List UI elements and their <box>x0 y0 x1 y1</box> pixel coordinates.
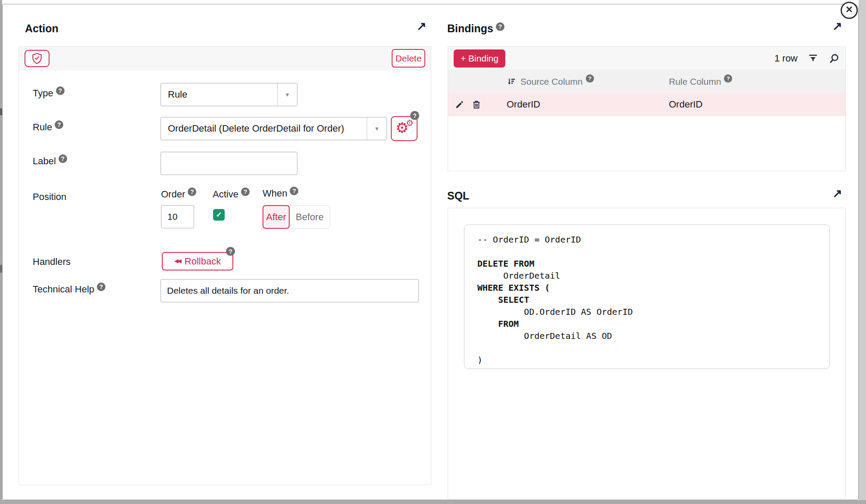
bindings-section-title: Bindings? <box>447 22 504 35</box>
binding-table-row[interactable]: OrderID OrderID <box>448 93 845 116</box>
rule-select[interactable]: OrderDetail (Delete OrderDetail for Orde… <box>161 117 387 140</box>
sql-code-line <box>477 342 817 354</box>
type-select-value: Rule <box>161 89 277 100</box>
when-label: When? <box>263 188 298 199</box>
sql-code-line: SELECT <box>477 294 817 306</box>
sql-code-line <box>477 246 817 258</box>
shield-check-button[interactable] <box>25 50 49 67</box>
sql-code-block: -- OrderID = OrderID DELETE FROM OrderDe… <box>464 224 830 369</box>
technical-help-help-icon[interactable]: ? <box>97 283 105 291</box>
action-toolbar: Delete <box>19 47 431 70</box>
type-select[interactable]: Rule ▾ <box>161 83 297 106</box>
sql-section-title: SQL <box>447 190 469 202</box>
sql-code-line: WHERE EXISTS ( <box>477 282 817 294</box>
technical-help-label: Technical Help? <box>33 284 105 295</box>
sql-code-line: ) <box>477 354 817 366</box>
sql-panel: -- OrderID = OrderID DELETE FROM OrderDe… <box>448 208 846 499</box>
sort-descending-icon <box>507 77 516 86</box>
row-count: 1 row <box>774 53 798 64</box>
type-help-icon[interactable]: ? <box>56 86 65 95</box>
add-binding-button[interactable]: + Binding <box>454 49 505 68</box>
handlers-label: Handlers <box>33 256 71 267</box>
binding-rule-value: OrderID <box>669 99 845 110</box>
edit-binding-icon[interactable] <box>455 100 464 109</box>
rule-column-help-icon[interactable]: ? <box>724 74 732 83</box>
position-label: Position <box>33 191 66 203</box>
background-page-edge <box>859 0 866 504</box>
filter-icon[interactable] <box>808 53 818 64</box>
label-help-icon[interactable]: ? <box>59 154 67 163</box>
close-icon[interactable]: × <box>841 2 858 19</box>
sql-code-line: OD.OrderID AS OrderID <box>477 306 817 318</box>
order-help-icon[interactable]: ? <box>188 187 196 196</box>
technical-help-input[interactable] <box>161 279 419 302</box>
rollback-button-label: Rollback <box>185 256 221 267</box>
rewind-icon: ◀◀ <box>174 258 180 264</box>
rollback-help-icon[interactable]: ? <box>226 247 235 256</box>
rule-column-header[interactable]: Rule Column ? <box>669 77 845 87</box>
delete-action-button[interactable]: Delete <box>392 49 425 68</box>
source-column-header[interactable]: Source Column ? <box>507 77 669 87</box>
order-label: Order? <box>161 189 196 200</box>
chevron-down-icon: ▾ <box>277 83 297 106</box>
when-after-button[interactable]: After <box>263 205 290 229</box>
sql-code-line: OrderDetail <box>477 270 817 282</box>
action-panel: Delete Type? Rule ▾ Rule? OrderDetail (D… <box>19 46 431 485</box>
label-label: Label? <box>33 156 67 167</box>
search-icon[interactable] <box>829 53 840 64</box>
bindings-toolbar: + Binding 1 row <box>448 47 845 70</box>
action-expand-icon[interactable]: ↗ <box>417 21 427 32</box>
check-icon: ✓ <box>216 210 222 219</box>
bindings-help-icon[interactable]: ? <box>496 22 504 31</box>
when-before-button[interactable]: Before <box>289 205 330 229</box>
active-checkbox[interactable]: ✓ <box>213 209 225 221</box>
action-section-title: Action <box>25 22 59 35</box>
when-help-icon[interactable]: ? <box>290 187 298 195</box>
bindings-table-header: Source Column ? Rule Column ? <box>448 70 845 93</box>
rule-help-icon[interactable]: ? <box>55 120 63 129</box>
order-input[interactable] <box>161 205 194 228</box>
active-label: Active? <box>213 189 250 200</box>
sql-code-line: OrderDetail AS OD <box>477 330 817 342</box>
source-column-help-icon[interactable]: ? <box>586 74 594 83</box>
shield-check-icon <box>31 52 43 65</box>
bindings-expand-icon[interactable]: ↗ <box>832 21 842 32</box>
sql-code-line: FROM <box>477 318 817 330</box>
chevron-down-icon: ▾ <box>367 117 387 140</box>
rule-select-value: OrderDetail (Delete OrderDetail for Orde… <box>161 123 367 134</box>
sql-expand-icon[interactable]: ↗ <box>832 188 842 200</box>
bindings-panel: + Binding 1 row <box>448 46 846 171</box>
sql-code-line: -- OrderID = OrderID <box>477 234 817 246</box>
active-help-icon[interactable]: ? <box>241 187 250 196</box>
binding-source-value: OrderID <box>507 99 669 110</box>
rollback-handler-button[interactable]: ◀◀ Rollback <box>162 252 233 270</box>
sql-code-line: DELETE FROM <box>477 258 817 270</box>
rule-label: Rule? <box>33 122 63 133</box>
type-label: Type? <box>33 88 65 99</box>
background-page-edge <box>0 500 866 504</box>
label-input[interactable] <box>161 152 297 175</box>
rule-settings-help-icon[interactable]: ? <box>410 111 419 120</box>
gear-icon: ⚙ <box>406 119 414 127</box>
delete-binding-icon[interactable] <box>472 100 481 109</box>
